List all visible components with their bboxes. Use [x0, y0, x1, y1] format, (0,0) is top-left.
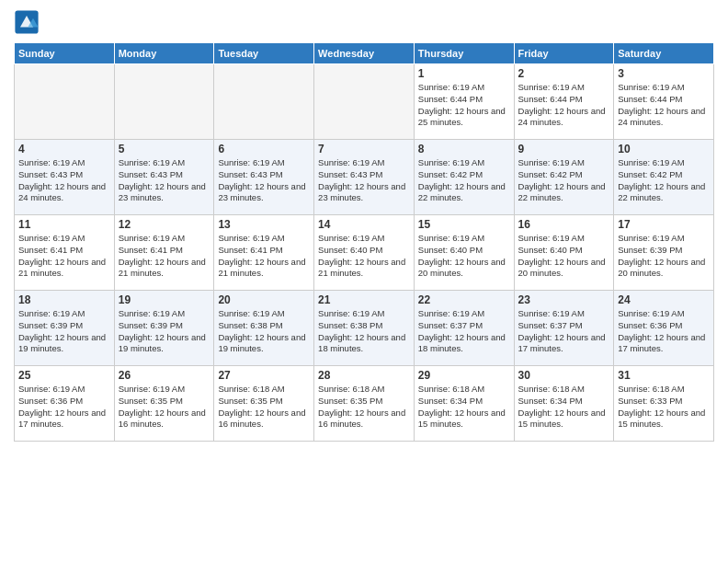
calendar-cell: 15Sunrise: 6:19 AMSunset: 6:40 PMDayligh…: [414, 215, 514, 291]
calendar-cell: [15, 64, 115, 140]
day-info: Sunrise: 6:18 AMSunset: 6:35 PMDaylight:…: [318, 384, 410, 431]
calendar-cell: 29Sunrise: 6:18 AMSunset: 6:34 PMDayligh…: [414, 366, 514, 442]
calendar-cell: 26Sunrise: 6:19 AMSunset: 6:35 PMDayligh…: [114, 366, 214, 442]
calendar-cell: 27Sunrise: 6:18 AMSunset: 6:35 PMDayligh…: [214, 366, 314, 442]
day-number: 16: [518, 218, 610, 231]
calendar-cell: 13Sunrise: 6:19 AMSunset: 6:41 PMDayligh…: [214, 215, 314, 291]
day-number: 30: [518, 369, 610, 382]
calendar-day-header: Friday: [514, 43, 614, 64]
calendar-cell: 4Sunrise: 6:19 AMSunset: 6:43 PMDaylight…: [15, 140, 115, 215]
calendar-cell: [314, 64, 415, 140]
day-number: 12: [119, 218, 210, 231]
day-info: Sunrise: 6:19 AMSunset: 6:40 PMDaylight:…: [418, 233, 510, 280]
day-info: Sunrise: 6:19 AMSunset: 6:35 PMDaylight:…: [119, 384, 210, 431]
day-number: 8: [418, 143, 510, 155]
calendar-cell: 25Sunrise: 6:19 AMSunset: 6:36 PMDayligh…: [15, 366, 115, 442]
day-info: Sunrise: 6:18 AMSunset: 6:35 PMDaylight:…: [218, 384, 310, 431]
logo-icon: [14, 9, 40, 35]
calendar-cell: 28Sunrise: 6:18 AMSunset: 6:35 PMDayligh…: [314, 366, 415, 442]
day-info: Sunrise: 6:19 AMSunset: 6:39 PMDaylight:…: [119, 308, 210, 355]
page: SundayMondayTuesdayWednesdayThursdayFrid…: [0, 0, 728, 451]
day-number: 5: [119, 143, 210, 155]
calendar-cell: 24Sunrise: 6:19 AMSunset: 6:36 PMDayligh…: [614, 291, 714, 366]
calendar-cell: 6Sunrise: 6:19 AMSunset: 6:43 PMDaylight…: [214, 140, 314, 215]
day-info: Sunrise: 6:19 AMSunset: 6:44 PMDaylight:…: [518, 82, 610, 129]
calendar-cell: 2Sunrise: 6:19 AMSunset: 6:44 PMDaylight…: [514, 64, 614, 140]
day-info: Sunrise: 6:19 AMSunset: 6:42 PMDaylight:…: [418, 157, 510, 204]
calendar-cell: 10Sunrise: 6:19 AMSunset: 6:42 PMDayligh…: [614, 140, 714, 215]
day-info: Sunrise: 6:19 AMSunset: 6:37 PMDaylight:…: [518, 308, 610, 355]
day-info: Sunrise: 6:19 AMSunset: 6:43 PMDaylight:…: [218, 157, 310, 204]
calendar-cell: 16Sunrise: 6:19 AMSunset: 6:40 PMDayligh…: [514, 215, 614, 291]
calendar-header-row: SundayMondayTuesdayWednesdayThursdayFrid…: [15, 43, 714, 64]
calendar-cell: 17Sunrise: 6:19 AMSunset: 6:39 PMDayligh…: [614, 215, 714, 291]
day-number: 6: [218, 143, 310, 155]
day-number: 28: [318, 369, 410, 382]
day-number: 15: [418, 218, 510, 231]
day-info: Sunrise: 6:19 AMSunset: 6:38 PMDaylight:…: [318, 308, 410, 355]
day-info: Sunrise: 6:19 AMSunset: 6:44 PMDaylight:…: [618, 82, 710, 129]
day-number: 29: [418, 369, 510, 382]
day-info: Sunrise: 6:18 AMSunset: 6:34 PMDaylight:…: [518, 384, 610, 431]
day-number: 23: [518, 293, 610, 306]
calendar-cell: 1Sunrise: 6:19 AMSunset: 6:44 PMDaylight…: [414, 64, 514, 140]
day-number: 3: [618, 67, 710, 80]
day-info: Sunrise: 6:19 AMSunset: 6:40 PMDaylight:…: [318, 233, 410, 280]
calendar-cell: [214, 64, 314, 140]
calendar-cell: 30Sunrise: 6:18 AMSunset: 6:34 PMDayligh…: [514, 366, 614, 442]
day-info: Sunrise: 6:18 AMSunset: 6:33 PMDaylight:…: [618, 384, 710, 431]
day-info: Sunrise: 6:19 AMSunset: 6:41 PMDaylight:…: [218, 233, 310, 280]
day-number: 4: [18, 143, 110, 155]
calendar-cell: 14Sunrise: 6:19 AMSunset: 6:40 PMDayligh…: [314, 215, 415, 291]
day-info: Sunrise: 6:19 AMSunset: 6:43 PMDaylight:…: [18, 157, 110, 204]
calendar-cell: 7Sunrise: 6:19 AMSunset: 6:43 PMDaylight…: [314, 140, 415, 215]
calendar-week-row: 25Sunrise: 6:19 AMSunset: 6:36 PMDayligh…: [15, 366, 714, 442]
day-info: Sunrise: 6:19 AMSunset: 6:41 PMDaylight:…: [18, 233, 110, 280]
day-info: Sunrise: 6:19 AMSunset: 6:36 PMDaylight:…: [618, 308, 710, 355]
day-info: Sunrise: 6:19 AMSunset: 6:43 PMDaylight:…: [318, 157, 410, 204]
day-number: 18: [18, 293, 110, 306]
calendar-cell: 12Sunrise: 6:19 AMSunset: 6:41 PMDayligh…: [114, 215, 214, 291]
calendar-week-row: 4Sunrise: 6:19 AMSunset: 6:43 PMDaylight…: [15, 140, 714, 215]
calendar-week-row: 11Sunrise: 6:19 AMSunset: 6:41 PMDayligh…: [15, 215, 714, 291]
calendar-day-header: Saturday: [614, 43, 714, 64]
day-number: 11: [18, 218, 110, 231]
day-number: 19: [119, 293, 210, 306]
day-info: Sunrise: 6:19 AMSunset: 6:40 PMDaylight:…: [518, 233, 610, 280]
day-info: Sunrise: 6:19 AMSunset: 6:38 PMDaylight:…: [218, 308, 310, 355]
day-info: Sunrise: 6:19 AMSunset: 6:42 PMDaylight:…: [618, 157, 710, 204]
day-info: Sunrise: 6:19 AMSunset: 6:39 PMDaylight:…: [618, 233, 710, 280]
calendar-week-row: 1Sunrise: 6:19 AMSunset: 6:44 PMDaylight…: [15, 64, 714, 140]
day-info: Sunrise: 6:19 AMSunset: 6:39 PMDaylight:…: [18, 308, 110, 355]
day-number: 2: [518, 67, 610, 80]
calendar-day-header: Thursday: [414, 43, 514, 64]
calendar-cell: [114, 64, 214, 140]
day-number: 9: [518, 143, 610, 155]
calendar-day-header: Monday: [114, 43, 214, 64]
day-info: Sunrise: 6:19 AMSunset: 6:42 PMDaylight:…: [518, 157, 610, 204]
calendar-day-header: Tuesday: [214, 43, 314, 64]
day-number: 1: [418, 67, 510, 80]
header: [14, 9, 714, 35]
day-number: 31: [618, 369, 710, 382]
day-number: 17: [618, 218, 710, 231]
day-number: 20: [218, 293, 310, 306]
day-number: 26: [119, 369, 210, 382]
calendar-day-header: Wednesday: [314, 43, 415, 64]
calendar-cell: 20Sunrise: 6:19 AMSunset: 6:38 PMDayligh…: [214, 291, 314, 366]
calendar-cell: 8Sunrise: 6:19 AMSunset: 6:42 PMDaylight…: [414, 140, 514, 215]
day-number: 27: [218, 369, 310, 382]
calendar-cell: 3Sunrise: 6:19 AMSunset: 6:44 PMDaylight…: [614, 64, 714, 140]
day-info: Sunrise: 6:19 AMSunset: 6:44 PMDaylight:…: [418, 82, 510, 129]
day-number: 14: [318, 218, 410, 231]
calendar: SundayMondayTuesdayWednesdayThursdayFrid…: [14, 42, 714, 442]
calendar-cell: 21Sunrise: 6:19 AMSunset: 6:38 PMDayligh…: [314, 291, 415, 366]
day-info: Sunrise: 6:19 AMSunset: 6:41 PMDaylight:…: [119, 233, 210, 280]
calendar-cell: 11Sunrise: 6:19 AMSunset: 6:41 PMDayligh…: [15, 215, 115, 291]
day-info: Sunrise: 6:19 AMSunset: 6:43 PMDaylight:…: [119, 157, 210, 204]
day-number: 7: [318, 143, 410, 155]
day-info: Sunrise: 6:18 AMSunset: 6:34 PMDaylight:…: [418, 384, 510, 431]
logo: [14, 9, 43, 35]
day-number: 10: [618, 143, 710, 155]
day-number: 21: [318, 293, 410, 306]
